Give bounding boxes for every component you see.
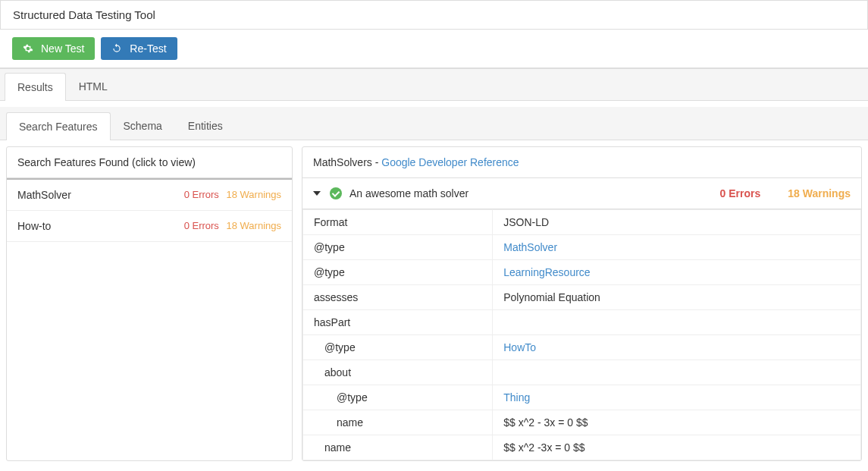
gear-icon — [23, 43, 33, 54]
error-count: 0 Errors — [184, 189, 219, 200]
details-heading: MathSolvers - Google Developer Reference — [302, 147, 861, 178]
table-row: name$$ x^2 -3x = 0 $$ — [303, 435, 861, 460]
check-icon — [330, 187, 342, 199]
details-panel: MathSolvers - Google Developer Reference… — [302, 146, 862, 461]
app-title: Structured Data Testing Tool — [0, 0, 868, 30]
property-value[interactable]: LearningResource — [493, 260, 861, 285]
error-count: 0 Errors — [184, 220, 219, 231]
property-key: name — [303, 410, 493, 435]
property-value: JSON-LD — [493, 210, 861, 235]
warning-count: 18 Warnings — [227, 189, 282, 200]
error-count: 0 Errors — [720, 187, 761, 199]
tab-html[interactable]: HTML — [66, 72, 121, 100]
property-key: assesses — [303, 285, 493, 310]
features-list-heading: Search Features Found (click to view) — [7, 147, 292, 178]
new-test-button[interactable]: New Test — [12, 37, 95, 60]
feature-name: MathSolver — [17, 189, 71, 201]
subtab-search-features[interactable]: Search Features — [6, 112, 111, 140]
toolbar: New Test Re-Test — [0, 30, 868, 68]
feature-name: How-to — [17, 220, 51, 232]
reference-link[interactable]: Google Developer Reference — [381, 156, 519, 168]
table-row: @typeHowTo — [303, 335, 861, 360]
new-test-label: New Test — [41, 42, 84, 55]
retest-button[interactable]: Re-Test — [101, 37, 177, 60]
table-row: hasPart — [303, 310, 861, 335]
property-key: Format — [303, 210, 493, 235]
refresh-icon — [111, 43, 122, 54]
caret-down-icon[interactable] — [313, 191, 321, 196]
subtab-schema[interactable]: Schema — [111, 111, 175, 140]
feature-stats: 0 Errors 18 Warnings — [184, 189, 281, 201]
table-row: assessesPolynomial Equation — [303, 285, 861, 310]
table-row: FormatJSON-LD — [303, 210, 861, 235]
property-key: hasPart — [303, 310, 493, 335]
property-value: $$ x^2 -3x = 0 $$ — [493, 435, 861, 460]
property-value — [493, 310, 861, 335]
property-value — [493, 360, 861, 385]
table-row: @typeMathSolver — [303, 235, 861, 260]
feature-row-howto[interactable]: How-to 0 Errors 18 Warnings — [7, 211, 292, 242]
table-row: @typeLearningResource — [303, 260, 861, 285]
property-value[interactable]: HowTo — [493, 335, 861, 360]
item-title: An awesome math solver — [349, 187, 720, 199]
sub-tabs: Search Features Schema Entities — [0, 107, 868, 140]
main-tabs: Results HTML — [0, 68, 868, 101]
table-row: about — [303, 360, 861, 385]
feature-row-mathsolver[interactable]: MathSolver 0 Errors 18 Warnings — [7, 178, 292, 211]
feature-stats: 0 Errors 18 Warnings — [184, 220, 281, 232]
warning-count: 18 Warnings — [788, 187, 851, 199]
property-key: @type — [303, 235, 493, 260]
subtab-entities[interactable]: Entities — [175, 111, 236, 140]
property-value[interactable]: MathSolver — [493, 235, 861, 260]
property-key: name — [303, 435, 493, 460]
property-key: @type — [303, 385, 493, 410]
item-stats: 0 Errors 18 Warnings — [720, 187, 851, 199]
property-value: $$ x^2 - 3x = 0 $$ — [493, 410, 861, 435]
property-key: @type — [303, 260, 493, 285]
item-header: An awesome math solver 0 Errors 18 Warni… — [302, 178, 861, 209]
retest-label: Re-Test — [130, 42, 166, 55]
properties-table: FormatJSON-LD@typeMathSolver@typeLearnin… — [302, 209, 861, 460]
table-row: @typeThing — [303, 385, 861, 410]
property-key: @type — [303, 335, 493, 360]
warning-count: 18 Warnings — [227, 220, 282, 231]
property-value: Polynomial Equation — [493, 285, 861, 310]
features-list-panel: Search Features Found (click to view) Ma… — [6, 146, 293, 461]
details-title-prefix: MathSolvers - — [313, 156, 381, 168]
table-row: name$$ x^2 - 3x = 0 $$ — [303, 410, 861, 435]
property-value[interactable]: Thing — [493, 385, 861, 410]
property-key: about — [303, 360, 493, 385]
tab-results[interactable]: Results — [5, 73, 66, 101]
